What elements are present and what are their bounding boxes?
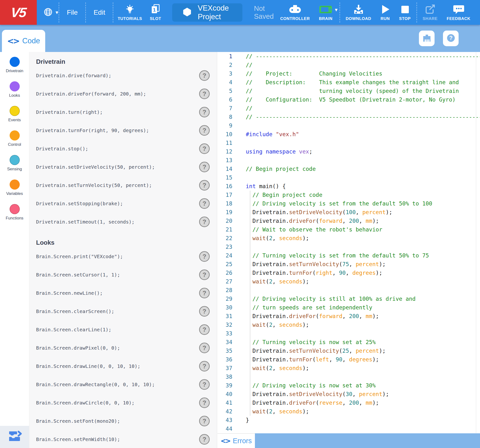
code-text[interactable]: Drivetrain.driveFor(reverse, 200, mm); <box>246 398 379 407</box>
code-text[interactable]: // Turning velocity is now set at 25% <box>246 338 376 347</box>
code-text[interactable]: Drivetrain.turnFor(left, 90, degrees); <box>246 355 379 364</box>
command-text[interactable]: Brain.Screen.clearLine(1); <box>36 327 111 333</box>
run-button[interactable]: RUN <box>377 4 394 21</box>
project-name-button[interactable]: VEXcode Project <box>172 3 242 22</box>
command-text[interactable]: Drivetrain.setDriveVelocity(50, percent)… <box>36 164 155 170</box>
blocks-toggle-button[interactable] <box>0 426 29 448</box>
tab-errors[interactable]: <> Errors <box>217 433 255 448</box>
code-text[interactable]: // Driving velocity is now set at 30% <box>246 381 376 390</box>
command-help-button[interactable]: ? <box>199 306 210 317</box>
command-help-button[interactable]: ? <box>199 251 210 262</box>
command-help-button[interactable]: ? <box>199 416 210 426</box>
code-text[interactable]: Drivetrain.driveFor(forward, 200, mm); <box>246 217 379 225</box>
command-text[interactable]: Brain.Screen.print("VEXcode"); <box>36 254 123 259</box>
command-text[interactable]: Drivetrain.setStopping(brake); <box>36 201 123 206</box>
feedback-button[interactable]: FEEDBACK <box>443 4 474 21</box>
code-text[interactable]: #include "vex.h" <box>246 130 299 139</box>
command-text[interactable]: Brain.Screen.clearScreen(); <box>36 308 114 314</box>
command-help-button[interactable]: ? <box>199 270 210 280</box>
command-text[interactable]: Drivetrain.turnFor(right, 90, degrees); <box>36 128 149 133</box>
command-help-button[interactable]: ? <box>199 379 210 390</box>
command-help-button[interactable]: ? <box>199 162 210 172</box>
command-help-button[interactable]: ? <box>199 143 210 154</box>
code-text[interactable]: // Wait to observe the robot's behavior <box>246 225 382 234</box>
command-text[interactable]: Brain.Screen.drawRectangle(0, 0, 10, 10)… <box>36 382 155 387</box>
code-text[interactable]: wait(2, seconds); <box>246 320 309 329</box>
code-text[interactable]: // turn speeds are set independently <box>246 303 372 312</box>
code-text[interactable]: // Begin project code <box>246 191 323 199</box>
command-text[interactable]: Drivetrain.stop(); <box>36 146 88 152</box>
code-text[interactable]: // Turning velocity is set from the defa… <box>246 251 429 260</box>
code-text[interactable]: // Configuration: V5 Speedbot (Drivetrai… <box>246 95 455 104</box>
sidebar-item-events[interactable]: Events <box>0 105 29 129</box>
code-text[interactable]: Drivetrain.setDriveVelocity(100, percent… <box>246 208 392 217</box>
command-help-button[interactable]: ? <box>199 398 210 408</box>
command-text[interactable]: Drivetrain.driveFor(forward, 200, mm); <box>36 91 146 97</box>
command-help-button[interactable]: ? <box>199 217 210 227</box>
command-help-button[interactable]: ? <box>199 89 210 99</box>
language-button[interactable]: ▾ <box>43 7 58 18</box>
command-text[interactable]: Brain.Screen.drawCircle(0, 0, 10); <box>36 400 134 406</box>
code-text[interactable]: // Driving velocity is still at 100% as … <box>246 294 416 303</box>
code-text[interactable]: Drivetrain.turnFor(right, 90, degrees); <box>246 269 382 277</box>
editor-scrollbar[interactable] <box>476 52 476 433</box>
code-text[interactable]: // Project: Changing Velocities <box>246 69 382 78</box>
command-help-button[interactable]: ? <box>199 288 210 298</box>
code-text[interactable]: wait(2, seconds); <box>246 407 309 416</box>
code-text[interactable]: // Driving velocity is set from the defa… <box>246 199 432 208</box>
command-text[interactable]: Brain.Screen.setFont(mono20); <box>36 418 120 424</box>
command-help-button[interactable]: ? <box>199 361 210 371</box>
code-text[interactable]: wait(2, seconds); <box>246 364 309 372</box>
sidebar-item-drivetrain[interactable]: Drivetrain <box>0 56 29 80</box>
code-text[interactable]: // -------------------------------------… <box>246 52 480 61</box>
menu-edit[interactable]: Edit <box>86 9 112 16</box>
command-text[interactable]: Drivetrain.setTimeout(1, seconds); <box>36 219 134 225</box>
stop-button[interactable]: STOP <box>395 4 415 21</box>
code-text[interactable]: using namespace vex; <box>246 147 312 156</box>
sidebar-item-variables[interactable]: Variables <box>0 178 29 203</box>
code-text[interactable]: // turning velocity (speed) of the Drive… <box>246 87 459 95</box>
menu-file[interactable]: File <box>60 9 85 16</box>
command-help-button[interactable]: ? <box>199 125 210 136</box>
device-info-button[interactable] <box>419 31 435 46</box>
sidebar-item-control[interactable]: Control <box>0 129 29 154</box>
code-text[interactable]: // <box>246 104 253 113</box>
share-button[interactable]: SHARE <box>419 4 442 21</box>
command-text[interactable]: Drivetrain.drive(forward); <box>36 73 111 78</box>
command-help-button[interactable]: ? <box>199 434 210 445</box>
sidebar-item-looks[interactable]: Looks <box>0 80 29 105</box>
code-text[interactable]: int main() { <box>246 182 286 191</box>
sidebar-item-functions[interactable]: Functions <box>0 203 29 228</box>
sidebar-item-sensing[interactable]: Sensing <box>0 154 29 178</box>
tutorials-button[interactable]: TUTORIALS <box>114 4 146 21</box>
command-help-button[interactable]: ? <box>199 70 210 81</box>
code-text[interactable]: wait(2, seconds); <box>246 234 309 242</box>
code-text[interactable]: wait(2, seconds); <box>246 277 309 286</box>
code-text[interactable]: // Begin project code <box>246 164 316 173</box>
brain-button[interactable]: BRAIN ▾ <box>315 4 337 21</box>
code-text[interactable]: Drivetrain.setTurnVelocity(25, percent); <box>246 347 386 355</box>
command-text[interactable]: Brain.Screen.setPenWidth(10); <box>36 436 120 442</box>
command-help-button[interactable]: ? <box>199 180 210 191</box>
code-text[interactable]: // -------------------------------------… <box>246 113 480 121</box>
code-editor[interactable]: 1// ------------------------------------… <box>217 52 480 448</box>
slot-button[interactable]: 1 SLOT <box>146 4 165 21</box>
code-text[interactable]: Drivetrain.setDriveVelocity(30, percent)… <box>246 390 389 398</box>
tab-code[interactable]: <> Code <box>2 30 45 52</box>
code-text[interactable]: Drivetrain.setTurnVelocity(75, percent); <box>246 260 386 269</box>
help-button-global[interactable]: ? <box>443 31 459 46</box>
controller-button[interactable]: CONTROLLER <box>276 4 314 21</box>
command-help-button[interactable]: ? <box>199 198 210 209</box>
command-help-button[interactable]: ? <box>199 107 210 117</box>
command-help-button[interactable]: ? <box>199 343 210 353</box>
download-button[interactable]: DOWNLOAD <box>342 4 375 21</box>
code-text[interactable]: // <box>246 61 253 69</box>
code-text[interactable]: Drivetrain.driveFor(forward, 200, mm); <box>246 312 379 320</box>
command-help-button[interactable]: ? <box>199 324 210 335</box>
command-text[interactable]: Drivetrain.setTurnVelocity(50, percent); <box>36 182 152 188</box>
command-text[interactable]: Brain.Screen.drawLine(0, 0, 10, 10); <box>36 363 140 369</box>
code-text[interactable]: } <box>246 416 249 424</box>
command-text[interactable]: Brain.Screen.setCursor(1, 1); <box>36 272 120 278</box>
command-text[interactable]: Drivetrain.turn(right); <box>36 109 103 115</box>
command-text[interactable]: Brain.Screen.newLine(); <box>36 290 103 296</box>
